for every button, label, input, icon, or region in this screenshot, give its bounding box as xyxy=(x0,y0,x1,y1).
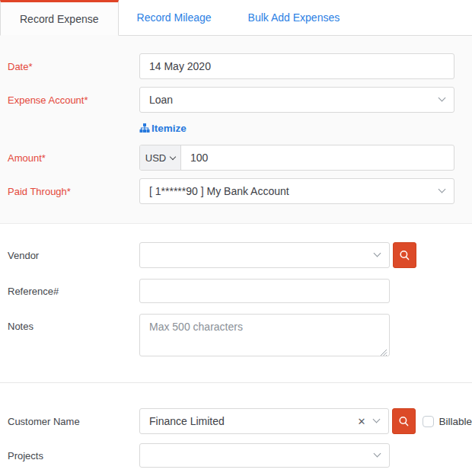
vendor-row: Vendor xyxy=(0,242,472,268)
customer-name-label: Customer Name xyxy=(0,416,139,427)
chevron-down-icon xyxy=(439,186,446,193)
itemize-sitemap-icon xyxy=(139,123,150,133)
paid-through-value: [ 1******90 ] My Bank Account xyxy=(140,185,311,197)
customer-row: Customer Name Finance Limited ✕ Billable xyxy=(0,408,472,434)
tab-record-expense[interactable]: Record Expense xyxy=(0,0,119,36)
tab-record-mileage[interactable]: Record Mileage xyxy=(119,0,230,35)
billable-checkbox[interactable] xyxy=(423,416,434,427)
vendor-section: Vendor Reference# Notes xyxy=(0,224,472,383)
itemize-row: Itemize xyxy=(139,120,472,136)
amount-field-wrap: USD xyxy=(139,145,454,171)
search-icon xyxy=(398,416,410,427)
projects-row: Projects xyxy=(0,443,472,468)
amount-input[interactable] xyxy=(181,145,454,170)
date-label: Date* xyxy=(0,61,139,72)
chevron-down-icon xyxy=(373,416,381,423)
vendor-label: Vendor xyxy=(0,250,139,261)
chevron-down-icon xyxy=(170,153,176,159)
notes-field-wrap xyxy=(139,314,390,359)
customer-section: Customer Name Finance Limited ✕ Billable… xyxy=(0,383,472,475)
date-row: Date* xyxy=(0,53,472,79)
reference-label: Reference# xyxy=(0,286,139,297)
clear-icon[interactable]: ✕ xyxy=(358,417,366,426)
expense-account-select[interactable]: Loan xyxy=(139,87,454,113)
amount-label: Amount* xyxy=(0,152,139,164)
billable-option: Billable xyxy=(423,416,472,427)
chevron-down-icon xyxy=(374,450,381,458)
expense-account-value: Loan xyxy=(140,94,194,106)
currency-code: USD xyxy=(145,152,166,164)
projects-label: Projects xyxy=(0,450,139,462)
notes-label: Notes xyxy=(0,314,139,332)
billable-label: Billable xyxy=(439,416,472,427)
expense-account-label: Expense Account* xyxy=(0,94,139,106)
reference-row: Reference# xyxy=(0,279,472,303)
itemize-label: Itemize xyxy=(151,123,187,134)
paid-through-label: Paid Through* xyxy=(0,186,139,197)
notes-row: Notes xyxy=(0,314,472,359)
notes-textarea[interactable] xyxy=(139,314,390,356)
customer-search-button[interactable] xyxy=(392,408,416,434)
date-input[interactable] xyxy=(140,54,454,78)
expense-main-section: Date* Expense Account* Loan Itemize Amou… xyxy=(0,36,472,224)
chevron-down-icon xyxy=(374,250,381,257)
reference-input[interactable] xyxy=(140,280,389,302)
customer-value: Finance Limited xyxy=(140,415,246,427)
paid-through-row: Paid Through* [ 1******90 ] My Bank Acco… xyxy=(0,178,472,204)
date-field-wrap xyxy=(139,53,454,79)
search-icon xyxy=(399,250,410,261)
itemize-link[interactable]: Itemize xyxy=(139,123,187,134)
vendor-select[interactable] xyxy=(139,242,390,268)
paid-through-select[interactable]: [ 1******90 ] My Bank Account xyxy=(139,178,454,204)
currency-select[interactable]: USD xyxy=(140,145,181,170)
projects-select[interactable] xyxy=(139,443,390,468)
vendor-search-button[interactable] xyxy=(393,242,416,268)
customer-select[interactable]: Finance Limited ✕ xyxy=(139,408,389,434)
amount-row: Amount* USD xyxy=(0,145,472,171)
tab-bar: Record Expense Record Mileage Bulk Add E… xyxy=(0,0,472,36)
chevron-down-icon xyxy=(439,94,446,102)
reference-field-wrap xyxy=(139,279,390,303)
tab-bulk-add-expenses[interactable]: Bulk Add Expenses xyxy=(230,0,359,35)
expense-account-row: Expense Account* Loan xyxy=(0,87,472,113)
